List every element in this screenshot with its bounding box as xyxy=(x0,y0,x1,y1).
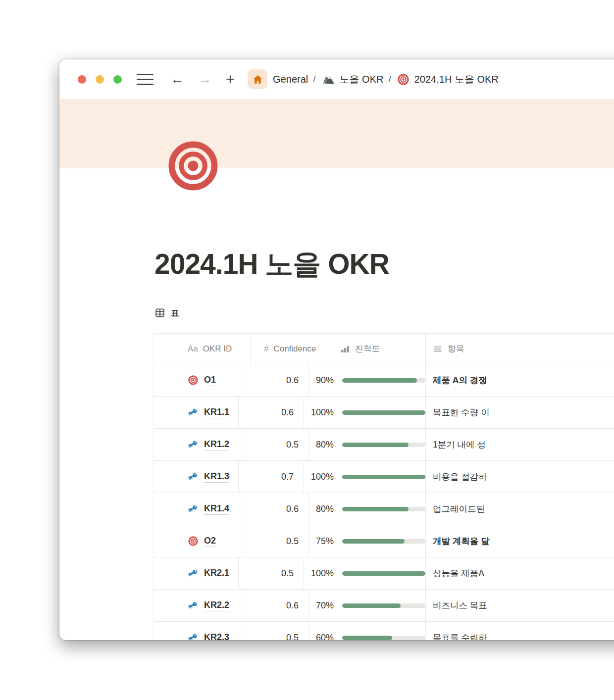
page-cover xyxy=(59,99,614,168)
item-text: 1분기 내에 성 xyxy=(433,439,486,450)
progress-cell[interactable]: 60% xyxy=(309,622,426,640)
confidence-value: 0.5 xyxy=(281,568,294,579)
key-icon xyxy=(188,632,199,640)
okr-id-cell[interactable]: KR2.2 xyxy=(154,590,241,621)
key-icon xyxy=(188,471,199,482)
progress-bar xyxy=(342,443,425,447)
okr-id-cell[interactable]: O2 xyxy=(154,525,241,557)
confidence-cell[interactable]: 0.5 xyxy=(241,429,309,460)
breadcrumb-root[interactable]: General xyxy=(273,74,308,85)
confidence-value: 0.7 xyxy=(281,472,294,482)
column-header-label: OKR ID xyxy=(203,344,232,354)
item-cell[interactable]: 개발 계획을 달 xyxy=(426,525,614,557)
progress-cell[interactable]: 70% xyxy=(309,590,426,621)
table-icon xyxy=(154,307,165,318)
okr-id-cell[interactable]: O1 xyxy=(154,364,241,396)
table-row: O2 0.5 75% 개발 계획을 달 xyxy=(154,525,614,557)
page-target-icon[interactable] xyxy=(166,139,220,193)
table-row: KR2.2 0.6 70% 비즈니스 목표 xyxy=(154,590,614,622)
item-cell[interactable]: 업그레이드된 xyxy=(426,493,614,525)
progress-cell[interactable]: 80% xyxy=(309,493,426,525)
okr-id-link[interactable]: KR2.2 xyxy=(204,600,229,611)
progress-percent: 100% xyxy=(311,472,334,482)
column-header[interactable]: 항목 xyxy=(426,334,614,364)
confidence-cell[interactable]: 0.5 xyxy=(239,557,304,589)
confidence-value: 0.5 xyxy=(286,440,299,450)
progress-cell[interactable]: 100% xyxy=(304,557,426,589)
confidence-cell[interactable]: 0.7 xyxy=(239,461,304,493)
progress-percent: 100% xyxy=(311,568,334,579)
progress-percent: 75% xyxy=(316,536,334,547)
item-cell[interactable]: 목표한 수량 이 xyxy=(426,397,614,428)
item-cell[interactable]: 성능을 제품A xyxy=(426,557,614,589)
home-button[interactable] xyxy=(248,69,267,89)
okr-table: Aa OKR ID # Confidence 진척도 항목 O1 0.6 90%… xyxy=(154,333,614,640)
progress-bar xyxy=(342,636,425,640)
item-cell[interactable]: 목표를 수립하 xyxy=(426,622,614,640)
progress-percent: 80% xyxy=(316,504,334,514)
tab-table-view[interactable]: 표 xyxy=(154,307,179,319)
column-header[interactable]: 진척도 xyxy=(333,334,426,364)
column-header[interactable]: Aa OKR ID xyxy=(154,334,251,364)
close-button[interactable] xyxy=(78,75,86,84)
zoom-button[interactable] xyxy=(113,75,122,84)
item-cell[interactable]: 비즈니스 목표 xyxy=(426,590,614,621)
item-cell[interactable]: 1분기 내에 성 xyxy=(426,429,614,460)
okr-id-cell[interactable]: KR1.3 xyxy=(154,461,239,493)
confidence-cell[interactable]: 0.5 xyxy=(241,525,309,557)
progress-icon xyxy=(340,344,350,354)
item-cell[interactable]: 제품 A의 경쟁 xyxy=(426,364,614,396)
column-header[interactable]: # Confidence xyxy=(251,334,333,364)
confidence-cell[interactable]: 0.6 xyxy=(241,364,309,396)
target-icon xyxy=(188,536,199,547)
table-row: KR2.1 0.5 100% 성능을 제품A xyxy=(154,557,614,590)
desktop-background: ← → + General / 노을 OKR / xyxy=(0,0,614,700)
new-tab-plus-icon[interactable]: + xyxy=(226,72,235,87)
progress-cell[interactable]: 90% xyxy=(309,364,426,396)
confidence-cell[interactable]: 0.6 xyxy=(239,397,304,428)
forward-arrow-icon[interactable]: → xyxy=(198,72,212,86)
title-icon: Aa xyxy=(188,344,198,354)
breadcrumb-page[interactable]: 2024.1H 노을 OKR xyxy=(414,73,499,86)
confidence-cell[interactable]: 0.6 xyxy=(241,590,309,621)
okr-id-link[interactable]: O2 xyxy=(204,536,216,547)
confidence-value: 0.6 xyxy=(286,600,299,611)
breadcrumb-separator: / xyxy=(313,74,315,85)
okr-id-cell[interactable]: KR2.1 xyxy=(154,557,239,589)
item-cell[interactable]: 비용을 절감하 xyxy=(426,461,614,493)
confidence-cell[interactable]: 0.6 xyxy=(241,493,309,525)
okr-id-cell[interactable]: KR2.3 xyxy=(154,622,241,640)
okr-id-link[interactable]: KR1.1 xyxy=(204,407,229,418)
okr-id-link[interactable]: KR1.4 xyxy=(204,503,229,515)
okr-id-cell[interactable]: KR1.2 xyxy=(154,429,241,460)
window-toolbar: ← → + General / 노을 OKR / xyxy=(59,59,614,99)
okr-id-cell[interactable]: KR1.1 xyxy=(154,397,239,428)
item-text: 성능을 제품A xyxy=(433,567,484,579)
minimize-button[interactable] xyxy=(96,75,104,84)
breadcrumb-separator: / xyxy=(388,74,391,85)
okr-id-link[interactable]: KR2.3 xyxy=(204,632,229,640)
progress-bar xyxy=(342,507,425,511)
confidence-cell[interactable]: 0.5 xyxy=(241,622,309,640)
confidence-value: 0.6 xyxy=(286,375,299,386)
breadcrumb-workspace[interactable]: 노을 OKR xyxy=(340,73,384,86)
menu-icon[interactable] xyxy=(137,74,154,85)
table-row: O1 0.6 90% 제품 A의 경쟁 xyxy=(154,364,614,397)
back-arrow-icon[interactable]: ← xyxy=(170,72,184,86)
progress-cell[interactable]: 80% xyxy=(309,429,426,460)
okr-id-link[interactable]: KR1.2 xyxy=(204,439,229,450)
page-title[interactable]: 2024.1H 노을 OKR xyxy=(154,247,614,282)
okr-id-link[interactable]: O1 xyxy=(204,375,216,386)
progress-cell[interactable]: 100% xyxy=(304,397,426,428)
okr-id-link[interactable]: KR1.3 xyxy=(204,471,229,483)
okr-id-link[interactable]: KR2.1 xyxy=(204,568,229,579)
key-icon xyxy=(188,503,199,514)
progress-cell[interactable]: 100% xyxy=(304,461,426,493)
view-tab-label: 표 xyxy=(171,307,179,319)
table-row: KR1.3 0.7 100% 비용을 절감하 xyxy=(154,461,614,493)
okr-id-cell[interactable]: KR1.4 xyxy=(154,493,241,525)
progress-cell[interactable]: 75% xyxy=(309,525,426,557)
column-header-label: Confidence xyxy=(273,344,316,354)
progress-percent: 60% xyxy=(316,633,334,640)
confidence-value: 0.5 xyxy=(286,633,299,640)
